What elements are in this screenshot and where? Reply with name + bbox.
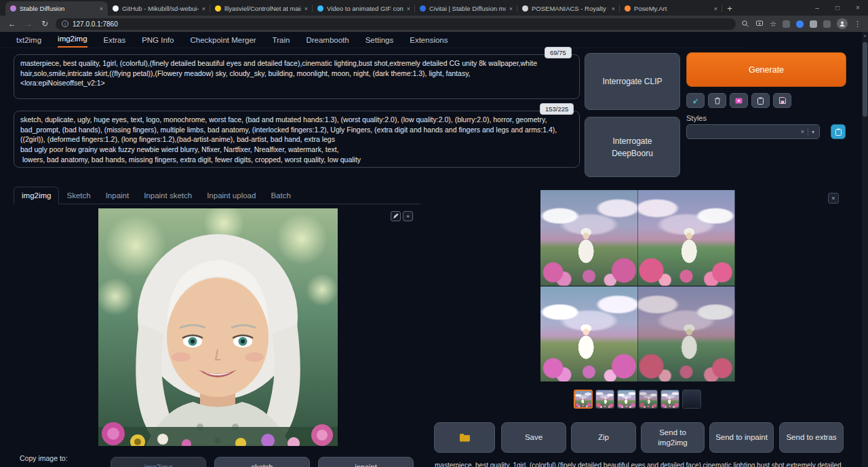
- result-image-2[interactable]: [638, 190, 735, 286]
- tab-dreambooth[interactable]: Dreambooth: [306, 36, 349, 48]
- chevron-down-icon[interactable]: ▾: [812, 129, 814, 135]
- tab-png-info[interactable]: PNG Info: [142, 36, 174, 48]
- site-info-icon[interactable]: i: [62, 20, 68, 27]
- browser-tab-posemyart[interactable]: PoseMy.Art ×: [620, 1, 722, 16]
- tab-close-icon[interactable]: ×: [202, 5, 205, 12]
- browser-tab-gif-converter[interactable]: Video to animated GIF converter ×: [313, 1, 415, 16]
- civitai-favicon: [420, 5, 426, 12]
- browser-tab-posemaniacs[interactable]: POSEMANIACS - Royalty free 3... ×: [517, 1, 620, 16]
- extension-blue-icon[interactable]: [796, 20, 804, 28]
- install-app-icon[interactable]: [755, 20, 764, 28]
- tab-train[interactable]: Train: [273, 36, 290, 48]
- tab-close-icon[interactable]: ×: [407, 5, 410, 12]
- open-folder-button[interactable]: [434, 422, 495, 453]
- tab-extensions[interactable]: Extensions: [410, 36, 448, 48]
- copy-image-to-label: Copy image to:: [20, 454, 68, 462]
- tab-close-icon[interactable]: ×: [714, 5, 717, 12]
- interrogate-deepbooru-button[interactable]: Interrogate DeepBooru: [585, 117, 680, 177]
- browser-tab-github[interactable]: GitHub - Mikubill/sd-webui-con... ×: [108, 1, 210, 16]
- thumbnail-6[interactable]: [682, 390, 701, 409]
- clipboard-icon: [757, 97, 764, 105]
- tab-checkpoint-merger[interactable]: Checkpoint Merger: [190, 36, 256, 48]
- extension-icon[interactable]: [810, 20, 817, 28]
- generate-button[interactable]: Generate: [686, 52, 846, 87]
- huggingface-favicon: [215, 5, 221, 12]
- gallery-close-icon[interactable]: ×: [828, 193, 839, 204]
- tab-img2img[interactable]: img2img: [58, 35, 87, 48]
- copy-to-img2img-button[interactable]: img2img: [111, 457, 206, 467]
- scrollbar-thumb[interactable]: [863, 42, 867, 117]
- zip-button[interactable]: Zip: [571, 422, 636, 453]
- copy-to-sketch-button[interactable]: sketch: [214, 457, 310, 467]
- subtab-inpaint-upload[interactable]: Inpaint upload: [199, 187, 263, 204]
- browser-tab-label: Civitai | Stable Diffusion model...: [429, 5, 506, 12]
- thumbnail-4[interactable]: [639, 390, 658, 409]
- window-close-icon[interactable]: ×: [848, 0, 868, 16]
- thumbnail-5[interactable]: [660, 390, 679, 409]
- subtab-inpaint-sketch[interactable]: Inpaint sketch: [136, 187, 199, 204]
- browser-menu-icon[interactable]: ⋮: [854, 20, 861, 29]
- bookmark-star-icon[interactable]: ☆: [770, 20, 776, 29]
- address-bar[interactable]: i 127.0.0.1:7860: [56, 18, 736, 30]
- interrogate-clip-button[interactable]: Interrogate CLIP: [585, 53, 680, 110]
- img2img-image-dropzone[interactable]: ×: [14, 204, 420, 449]
- reload-icon[interactable]: ↻: [39, 19, 50, 29]
- floppy-icon: [779, 97, 786, 104]
- screen: Stable Diffusion × GitHub - Mikubill/sd-…: [0, 0, 868, 467]
- save-button[interactable]: Save: [501, 422, 566, 453]
- result-image-1[interactable]: [540, 190, 637, 286]
- clear-styles-icon[interactable]: ×: [801, 128, 804, 135]
- clear-prompt-button[interactable]: [708, 93, 726, 108]
- apply-style-button[interactable]: [751, 93, 770, 108]
- browser-tab-stable-diffusion[interactable]: Stable Diffusion ×: [5, 1, 108, 16]
- prompt-input[interactable]: masterpiece, best quality, 1girl, (color…: [14, 54, 580, 99]
- browser-tab-civitai[interactable]: Civitai | Stable Diffusion model... ×: [415, 1, 517, 16]
- subtab-batch[interactable]: Batch: [263, 187, 298, 204]
- tab-close-icon[interactable]: ×: [100, 5, 103, 12]
- subtab-inpaint[interactable]: Inpaint: [98, 187, 137, 204]
- save-style-button[interactable]: [773, 93, 791, 108]
- subtab-sketch[interactable]: Sketch: [59, 187, 98, 204]
- browser-tab-label: Stable Diffusion: [20, 5, 96, 12]
- send-to-inpaint-button[interactable]: Send to inpaint: [709, 422, 774, 453]
- subtab-img2img[interactable]: img2img: [14, 187, 59, 204]
- window-maximize-icon[interactable]: □: [827, 0, 848, 16]
- tab-settings[interactable]: Settings: [366, 36, 394, 48]
- styles-apply-button[interactable]: [831, 124, 846, 139]
- back-icon[interactable]: ←: [7, 19, 18, 29]
- remove-image-icon[interactable]: ×: [403, 211, 413, 221]
- zoom-icon[interactable]: [741, 20, 749, 28]
- tab-close-icon[interactable]: ×: [612, 5, 615, 12]
- tab-close-icon[interactable]: ×: [304, 5, 308, 12]
- paste-params-button[interactable]: ↙: [686, 93, 705, 108]
- result-image-3[interactable]: [540, 286, 637, 382]
- extra-networks-button[interactable]: [730, 93, 748, 108]
- scroll-up-icon[interactable]: ▴: [862, 33, 868, 37]
- thumbnail-3[interactable]: [617, 390, 636, 409]
- url-text: 127.0.0.1:7860: [73, 20, 118, 28]
- styles-dropdown[interactable]: × ▾: [686, 124, 820, 139]
- tab-close-icon[interactable]: ×: [509, 5, 513, 12]
- extension-icon[interactable]: [783, 20, 790, 28]
- window-minimize-icon[interactable]: –: [807, 0, 827, 16]
- tab-extras[interactable]: Extras: [104, 36, 126, 48]
- forward-icon[interactable]: →: [23, 19, 34, 29]
- edit-image-icon[interactable]: [391, 211, 401, 221]
- tab-txt2img[interactable]: txt2img: [16, 36, 41, 48]
- new-tab-button[interactable]: +: [722, 1, 737, 16]
- send-to-extras-button[interactable]: Send to extras: [779, 422, 844, 453]
- thumbnail-2[interactable]: [595, 390, 614, 409]
- result-gallery: [540, 190, 734, 381]
- source-image-portrait[interactable]: [98, 208, 338, 446]
- extension-icon[interactable]: [823, 20, 831, 28]
- profile-avatar[interactable]: [837, 18, 848, 29]
- browser-tab-controlnet[interactable]: lllyasviel/ControlNet at main ×: [210, 1, 313, 16]
- gallery-thumbnails: [574, 390, 701, 409]
- browser-tab-label: GitHub - Mikubill/sd-webui-con...: [122, 5, 199, 12]
- thumbnail-1[interactable]: [574, 390, 593, 409]
- send-to-img2img-button[interactable]: Send to img2img: [641, 422, 705, 453]
- browser-tab-label: PoseMy.Art: [634, 5, 711, 12]
- negative-prompt-input[interactable]: sketch, duplicate, ugly, huge eyes, text…: [14, 111, 580, 168]
- result-image-4[interactable]: [638, 286, 735, 382]
- copy-to-inpaint-button[interactable]: inpaint: [318, 457, 414, 467]
